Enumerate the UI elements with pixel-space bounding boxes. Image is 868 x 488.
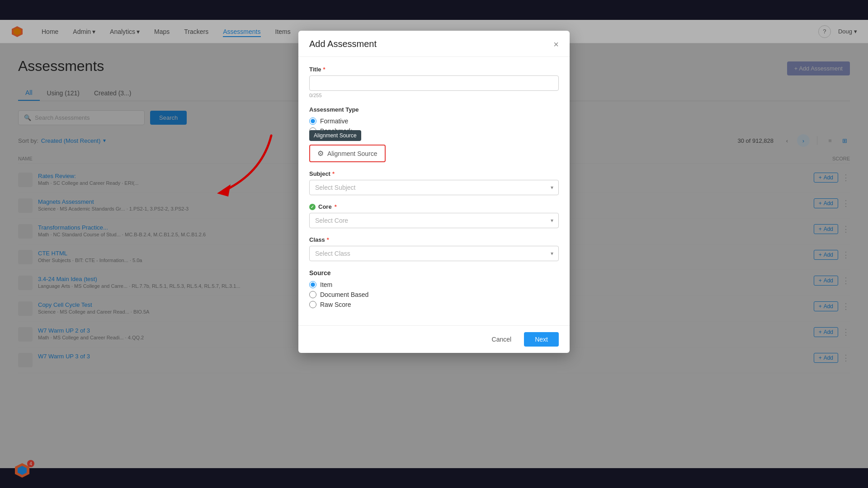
title-form-group: Title * 0/255 — [309, 66, 559, 98]
core-label: Core * — [309, 203, 559, 210]
class-form-group: Class * Select Class ▾ — [309, 236, 559, 261]
radio-raw-label: Raw Score — [320, 301, 351, 308]
modal-title: Add Assessment — [309, 39, 377, 49]
core-check-icon — [309, 204, 316, 210]
radio-formative[interactable]: Formative — [309, 117, 559, 125]
next-button[interactable]: Next — [524, 332, 559, 347]
subject-label: Subject * — [309, 170, 559, 177]
subject-select-wrapper: Select Subject ▾ — [309, 180, 559, 195]
title-label: Title * — [309, 66, 559, 73]
source-form-group: Source Item Document Based Raw Score — [309, 269, 559, 308]
radio-item-input[interactable] — [309, 281, 316, 288]
modal-header: Add Assessment × — [298, 31, 570, 57]
core-required: * — [335, 203, 337, 210]
assessment-type-label: Assessment Type — [309, 106, 559, 113]
radio-item[interactable]: Item — [309, 281, 559, 288]
alignment-source-btn-label: Alignment Source — [327, 150, 377, 157]
modal-close-button[interactable]: × — [553, 40, 559, 49]
subject-form-group: Subject * Select Subject ▾ — [309, 170, 559, 195]
modal-footer: Cancel Next — [298, 325, 570, 353]
core-form-group: Core * Select Core ▾ — [309, 203, 559, 228]
core-select-wrapper: Select Core ▾ — [309, 213, 559, 228]
radio-formative-label: Formative — [320, 117, 348, 125]
radio-document[interactable]: Document Based — [309, 291, 559, 298]
radio-formative-input[interactable] — [309, 117, 316, 125]
add-assessment-modal: Add Assessment × Title * 0/255 Assessmen… — [298, 31, 570, 353]
class-select[interactable]: Select Class — [309, 246, 559, 261]
source-label: Source — [309, 269, 559, 277]
alignment-source-tooltip: Alignment Source — [309, 130, 361, 141]
class-label: Class * — [309, 236, 559, 243]
alignment-source-button[interactable]: ⚙ Alignment Source — [309, 145, 386, 162]
radio-item-label: Item — [320, 281, 332, 288]
alignment-source-group: Alignment Source ⚙ Alignment Source — [309, 143, 559, 162]
modal-body: Title * 0/255 Assessment Type Formative … — [298, 57, 570, 325]
radio-document-label: Document Based — [320, 291, 368, 298]
class-required: * — [327, 236, 329, 243]
char-count: 0/255 — [309, 93, 559, 98]
radio-raw-score[interactable]: Raw Score — [309, 301, 559, 308]
core-select[interactable]: Select Core — [309, 213, 559, 228]
title-required: * — [323, 66, 326, 73]
alignment-source-container: Alignment Source ⚙ Alignment Source — [309, 145, 386, 162]
radio-document-input[interactable] — [309, 291, 316, 298]
subject-required: * — [332, 170, 335, 177]
cancel-button[interactable]: Cancel — [485, 332, 519, 347]
radio-raw-input[interactable] — [309, 301, 316, 308]
class-select-wrapper: Select Class ▾ — [309, 246, 559, 261]
subject-select[interactable]: Select Subject — [309, 180, 559, 195]
title-input[interactable] — [309, 75, 559, 91]
source-radios: Item Document Based Raw Score — [309, 281, 559, 308]
gear-icon: ⚙ — [317, 149, 324, 158]
